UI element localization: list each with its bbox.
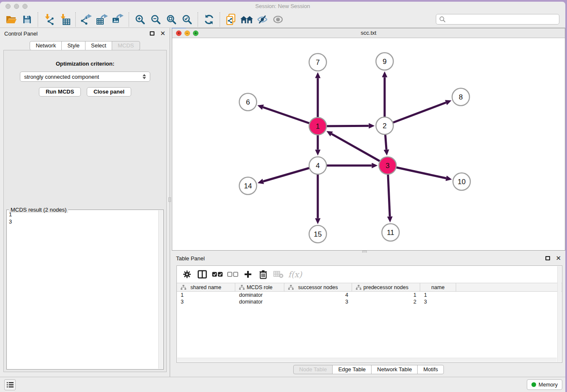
table-row[interactable]: 3dominator323 [177, 298, 562, 305]
trash-icon [259, 270, 267, 279]
maximize-network-icon[interactable]: + [193, 30, 198, 36]
memory-button[interactable]: Memory [527, 379, 562, 390]
graph-node-6[interactable]: 6 [239, 94, 257, 111]
vertical-splitter-handle[interactable] [168, 197, 171, 202]
zoom-selected-button[interactable] [179, 12, 195, 27]
graph-node-15[interactable]: 15 [309, 226, 327, 243]
tab-edge-table[interactable]: Edge Table [332, 365, 372, 374]
graph-node-4[interactable]: 4 [309, 157, 327, 174]
minimize-network-icon[interactable]: − [184, 30, 190, 36]
minimize-window-icon[interactable] [14, 4, 19, 9]
graph-edge-3-1[interactable] [332, 134, 388, 166]
table-row[interactable]: 1dominator411 [177, 292, 562, 298]
export-table-button[interactable] [94, 12, 110, 27]
delete-table-icon [273, 271, 284, 278]
attribute-icon [181, 285, 186, 290]
search-input[interactable] [447, 16, 556, 23]
export-image-button[interactable] [110, 12, 126, 27]
show-column-panel-button[interactable] [197, 269, 208, 280]
column-header-predecessor-nodes[interactable]: predecessor nodes [352, 283, 420, 291]
graph-node-8[interactable]: 8 [452, 88, 470, 106]
split-pane-icon [198, 270, 207, 279]
tab-network[interactable]: Network [30, 41, 62, 50]
refresh-layout-button[interactable] [201, 12, 217, 27]
deselect-all-button[interactable] [227, 269, 238, 280]
column-header-mcds-role[interactable]: MCDS role [235, 283, 284, 291]
window-controls [6, 4, 28, 9]
table-settings-button[interactable] [182, 269, 193, 280]
search-icon [439, 16, 446, 22]
column-header-shared-name[interactable]: shared name [177, 283, 235, 291]
task-history-button[interactable] [4, 379, 16, 390]
attribute-icon [288, 285, 294, 290]
close-table-panel-icon[interactable]: ✕ [556, 256, 561, 261]
column-header-name[interactable]: name [420, 283, 456, 291]
tab-select[interactable]: Select [85, 41, 112, 50]
tab-network-table[interactable]: Network Table [371, 365, 418, 374]
add-column-button[interactable] [242, 269, 253, 280]
zoom-fit-button[interactable] [163, 12, 179, 27]
select-all-button[interactable] [212, 269, 223, 280]
first-neighbors-button[interactable] [239, 12, 254, 27]
zoom-in-button[interactable] [132, 12, 148, 27]
open-session-button[interactable] [3, 12, 19, 27]
graph-node-14[interactable]: 14 [239, 177, 257, 195]
graph-node-9[interactable]: 9 [376, 53, 394, 70]
close-window-icon[interactable] [6, 4, 11, 9]
network-window-controls: × − + [176, 30, 198, 36]
graph-node-11[interactable]: 11 [382, 224, 399, 241]
show-all-button[interactable] [270, 12, 286, 27]
graph-node-10[interactable]: 10 [453, 173, 471, 190]
float-panel-icon[interactable] [150, 31, 154, 36]
import-network-button[interactable] [41, 12, 57, 27]
tab-style[interactable]: Style [61, 41, 85, 50]
graph-node-label: 2 [383, 122, 386, 130]
save-session-button[interactable] [19, 12, 35, 27]
graph-node-label: 15 [314, 230, 322, 238]
optimization-select[interactable]: strongly connected component [20, 72, 150, 82]
mcds-tab-content: Optimization criterion: strongly connect… [3, 50, 167, 372]
toolbar-separator [198, 12, 198, 27]
table-panel: Table Panel ✕ f(x) shared nameMCDS roles… [172, 253, 565, 377]
hide-selected-button[interactable] [254, 12, 270, 27]
delete-table-button[interactable] [273, 269, 284, 280]
graph-edge-2-8[interactable] [385, 102, 446, 126]
table-cell: 3 [177, 299, 235, 305]
tab-node-table[interactable]: Node Table [293, 365, 333, 374]
graph-node-label: 3 [385, 162, 389, 170]
import-table-button[interactable] [57, 12, 72, 27]
close-panel-button[interactable]: Close panel [87, 87, 131, 97]
graph-node-label: 9 [383, 58, 386, 66]
zoom-out-button[interactable] [148, 12, 163, 27]
close-panel-icon[interactable]: ✕ [160, 31, 165, 36]
graph-node-1[interactable]: 1 [309, 118, 327, 135]
mcds-result-text[interactable]: 1 3 [8, 211, 157, 368]
graph-node-7[interactable]: 7 [309, 54, 327, 71]
save-floppy-icon [22, 14, 32, 25]
table-panel-content: f(x) shared nameMCDS rolesuccessor nodes… [176, 265, 562, 363]
graph-node-2[interactable]: 2 [376, 117, 394, 135]
table-horizontal-scrollbar[interactable] [177, 358, 557, 362]
function-builder-button[interactable]: f(x) [288, 269, 302, 280]
export-network-button[interactable] [79, 12, 94, 27]
graph-node-label: 1 [316, 122, 319, 130]
result-scrollbar[interactable] [158, 210, 163, 369]
checked-boxes-icon [212, 271, 223, 277]
close-network-icon[interactable]: × [176, 30, 182, 36]
tab-mcds[interactable]: MCDS [112, 41, 140, 50]
column-header-successor-nodes[interactable]: successor nodes [284, 283, 352, 291]
float-table-panel-icon[interactable] [545, 256, 550, 260]
graph-node-3[interactable]: 3 [379, 157, 396, 174]
copy-network-button[interactable] [223, 12, 239, 27]
table-panel-header: Table Panel ✕ [172, 253, 565, 264]
run-mcds-button[interactable]: Run MCDS [39, 87, 81, 97]
delete-column-button[interactable] [258, 269, 269, 280]
network-canvas[interactable]: 7968124314101511 [172, 38, 565, 250]
table-cell: dominator [235, 292, 284, 298]
table-cell: 2 [352, 299, 420, 305]
table-vertical-scrollbar[interactable] [557, 266, 561, 362]
column-header-label: successor nodes [298, 284, 338, 290]
toolbar-separator [220, 12, 220, 27]
maximize-window-icon[interactable] [22, 4, 28, 9]
tab-motifs[interactable]: Motifs [417, 365, 444, 374]
